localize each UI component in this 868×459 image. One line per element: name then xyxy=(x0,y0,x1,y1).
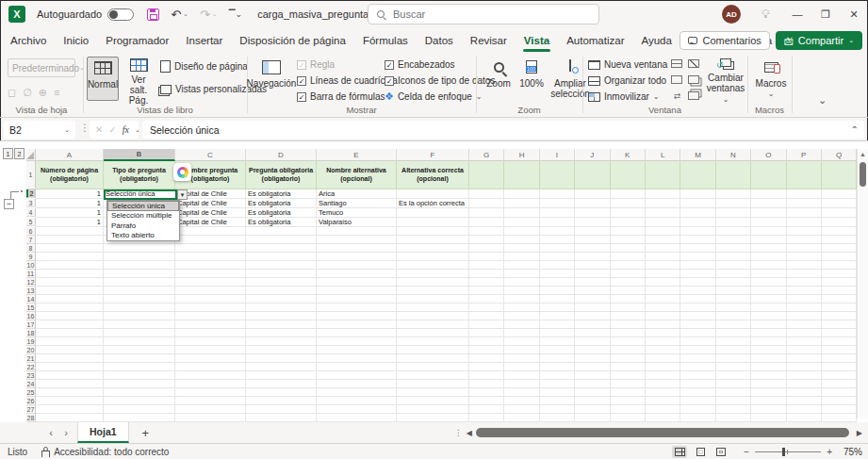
cell-F15[interactable] xyxy=(397,303,469,312)
cell-E6[interactable] xyxy=(317,227,397,236)
cell-E8[interactable] xyxy=(317,244,397,253)
zoom-to-selection-button[interactable]: Ampliar selección xyxy=(549,57,592,101)
cell-N4[interactable] xyxy=(716,208,751,218)
column-header-D[interactable]: D xyxy=(246,149,317,161)
cell-H19[interactable] xyxy=(504,337,539,346)
cell-E7[interactable] xyxy=(317,236,397,244)
cell-I10[interactable] xyxy=(540,261,575,270)
cell-N20[interactable] xyxy=(716,346,751,354)
next-sheet-icon[interactable]: › xyxy=(58,427,74,438)
column-header-A[interactable]: A xyxy=(36,149,104,161)
cell-D11[interactable] xyxy=(246,270,317,278)
cell-I24[interactable] xyxy=(540,380,575,388)
tab-inicio[interactable]: Inicio xyxy=(55,28,97,53)
cell-G28[interactable] xyxy=(469,414,504,422)
cell-H23[interactable] xyxy=(504,371,539,380)
cell-L25[interactable] xyxy=(646,388,680,397)
column-header-P[interactable]: P xyxy=(787,149,822,161)
undo-icon[interactable]: ↶ xyxy=(171,8,181,21)
insert-function-icon[interactable]: fx xyxy=(123,124,129,135)
cell-P3[interactable] xyxy=(787,199,822,208)
macros-button[interactable]: Macros ⌄ xyxy=(752,57,790,101)
cell-A26[interactable] xyxy=(36,397,104,405)
cell-P13[interactable] xyxy=(787,287,822,295)
cell-N7[interactable] xyxy=(716,236,751,244)
cell-E3[interactable]: Santiago xyxy=(317,199,397,208)
cell-P14[interactable] xyxy=(787,295,822,303)
cell-O3[interactable] xyxy=(751,199,786,208)
cell-C3[interactable]: Capital de Chile xyxy=(175,199,246,208)
tab-revisar[interactable]: Revisar xyxy=(462,28,516,53)
close-button[interactable]: ✕ xyxy=(840,0,868,28)
cell-M13[interactable] xyxy=(680,287,715,295)
cell-N26[interactable] xyxy=(716,397,751,405)
cell-D6[interactable] xyxy=(246,227,317,236)
cell-F9[interactable] xyxy=(397,253,469,261)
gridlines-checkbox[interactable]: ✓ Líneas de cuadrícula xyxy=(297,75,398,86)
cell-I8[interactable] xyxy=(540,244,575,253)
cell-C27[interactable] xyxy=(175,405,246,414)
cell-N22[interactable] xyxy=(716,363,751,371)
cell-F10[interactable] xyxy=(397,261,469,270)
row-header-2[interactable]: 2 xyxy=(26,189,36,198)
cell-H2[interactable] xyxy=(504,189,539,199)
cell-E17[interactable] xyxy=(317,320,397,329)
cell-K27[interactable] xyxy=(611,405,646,414)
tab-automatizar[interactable]: Automatizar xyxy=(558,28,632,53)
cell-B23[interactable] xyxy=(104,371,175,380)
cell-C20[interactable] xyxy=(175,346,246,354)
cell-C24[interactable] xyxy=(175,380,246,388)
cell-A18[interactable] xyxy=(36,329,104,337)
cell-F18[interactable] xyxy=(397,329,469,337)
cell-O7[interactable] xyxy=(751,236,786,244)
cell-G21[interactable] xyxy=(469,354,504,363)
cell-O26[interactable] xyxy=(751,397,786,405)
tab-programador[interactable]: Programador xyxy=(97,28,177,53)
cell-J16[interactable] xyxy=(575,312,610,320)
cell-K15[interactable] xyxy=(611,303,646,312)
comments-button[interactable]: Comentarios xyxy=(680,31,769,50)
cell-J9[interactable] xyxy=(575,253,610,261)
cell-O27[interactable] xyxy=(751,405,786,414)
cell-C19[interactable] xyxy=(175,337,246,346)
cell-I25[interactable] xyxy=(540,388,575,397)
cell-K17[interactable] xyxy=(611,320,646,329)
cell-Q25[interactable] xyxy=(822,388,857,397)
cell-L7[interactable] xyxy=(646,236,680,244)
cell-N6[interactable] xyxy=(716,227,751,236)
cell-Q18[interactable] xyxy=(822,329,857,337)
horizontal-scroll-thumb[interactable] xyxy=(476,428,849,437)
cell-E23[interactable] xyxy=(317,371,397,380)
cell-N10[interactable] xyxy=(716,261,751,270)
cell-G9[interactable] xyxy=(469,253,504,261)
cell-H12[interactable] xyxy=(504,278,539,287)
quick-access-toolbar-icon[interactable]: ▔⌄ xyxy=(229,10,242,19)
cell-L11[interactable] xyxy=(646,270,680,278)
cell-C14[interactable] xyxy=(175,295,246,303)
cell-D18[interactable] xyxy=(246,329,317,337)
cell-Q1[interactable] xyxy=(822,161,857,189)
cell-B17[interactable] xyxy=(104,320,175,329)
cell-Q2[interactable] xyxy=(822,189,857,199)
cell-B22[interactable] xyxy=(104,363,175,371)
cell-K12[interactable] xyxy=(611,278,646,287)
cell-J2[interactable] xyxy=(575,189,610,199)
cell-A24[interactable] xyxy=(36,380,104,388)
cell-D14[interactable] xyxy=(246,295,317,303)
cell-J8[interactable] xyxy=(575,244,610,253)
zoom-100-button[interactable]: 100% xyxy=(516,57,547,101)
cell-B27[interactable] xyxy=(104,405,175,414)
cell-P17[interactable] xyxy=(787,320,822,329)
cell-E10[interactable] xyxy=(317,261,397,270)
cell-G3[interactable] xyxy=(469,199,504,208)
cell-G7[interactable] xyxy=(469,236,504,244)
cell-I21[interactable] xyxy=(540,354,575,363)
cell-C25[interactable] xyxy=(175,388,246,397)
cell-E27[interactable] xyxy=(317,405,397,414)
cell-I4[interactable] xyxy=(540,208,575,218)
tab-f-rmulas[interactable]: Fórmulas xyxy=(354,28,417,53)
cell-A13[interactable] xyxy=(36,287,104,295)
cell-L6[interactable] xyxy=(646,227,680,236)
cell-M4[interactable] xyxy=(680,208,715,218)
row-header-4[interactable]: 4 xyxy=(26,208,36,217)
